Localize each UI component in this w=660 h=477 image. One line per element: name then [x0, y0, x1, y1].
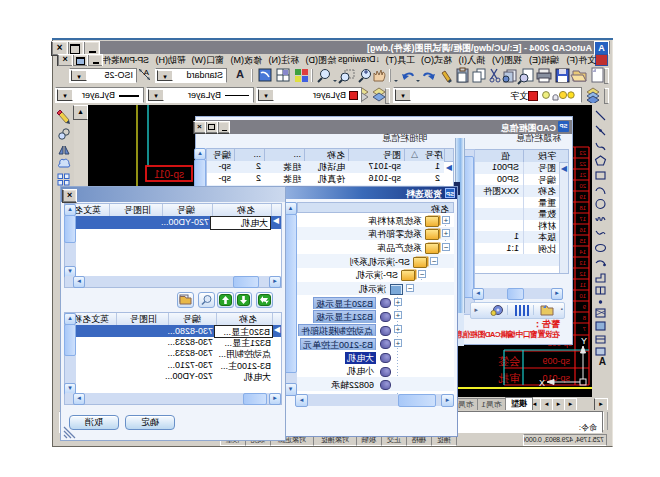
svg-text:审批: 审批 [498, 372, 520, 384]
svg-text:18: 18 [579, 205, 586, 211]
svg-text:21: 21 [579, 172, 586, 178]
svg-text:23: 23 [579, 150, 586, 156]
svg-text:sp-009: sp-009 [542, 356, 570, 366]
svg-text:8: 8 [582, 315, 586, 321]
svg-text:13: 13 [579, 260, 586, 266]
svg-text:7: 7 [582, 326, 586, 332]
svg-text:X: X [539, 378, 545, 388]
svg-text:15: 15 [579, 238, 586, 244]
svg-text:16: 16 [579, 227, 586, 233]
svg-text:10: 10 [579, 293, 586, 299]
svg-text:9: 9 [582, 304, 586, 310]
svg-text:A: A [143, 68, 149, 77]
svg-text:11: 11 [579, 282, 586, 288]
svg-text:12: 12 [579, 271, 586, 277]
svg-text:17: 17 [579, 216, 586, 222]
svg-text:会签: 会签 [498, 355, 520, 367]
svg-text:sp-011: sp-011 [154, 169, 184, 180]
svg-text:14: 14 [579, 249, 586, 255]
svg-text:22: 22 [579, 161, 586, 167]
svg-text:19: 19 [579, 194, 586, 200]
svg-text:Y: Y [581, 336, 587, 346]
svg-text:20: 20 [579, 183, 586, 189]
